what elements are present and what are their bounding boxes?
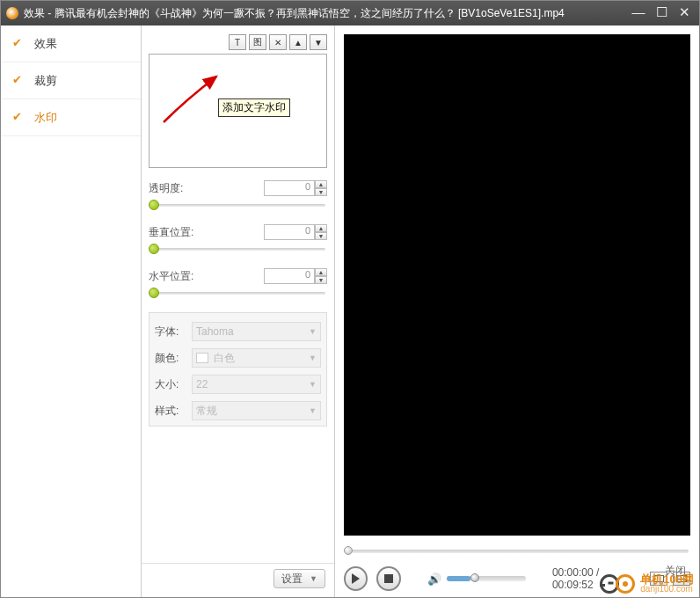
tab-effects[interactable]: 效果 (1, 26, 141, 62)
check-icon (13, 75, 26, 87)
brand-logo (600, 574, 635, 594)
color-value: 白色 (214, 351, 235, 366)
play-button[interactable] (344, 566, 368, 591)
style-value: 常规 (196, 404, 217, 419)
slider-thumb[interactable] (149, 200, 159, 210)
font-select: Tahoma▼ (192, 322, 321, 341)
vpos-step-down[interactable]: ▼ (315, 232, 327, 240)
settings-button-label: 设置 (281, 572, 303, 587)
volume-fill (447, 576, 470, 581)
size-value: 22 (196, 378, 208, 390)
color-swatch (196, 353, 208, 363)
text-icon: T (235, 38, 240, 47)
style-select: 常规▼ (192, 401, 321, 420)
chevron-down-icon: ▼ (309, 327, 317, 336)
tab-watermark[interactable]: 水印 (1, 99, 141, 136)
image-icon: 图 (253, 36, 262, 48)
font-value: Tahoma (196, 325, 234, 338)
vpos-group: 垂直位置: 0 ▲▼ (149, 224, 327, 256)
move-up-button[interactable]: ▲ (289, 34, 307, 50)
play-icon (351, 573, 361, 584)
check-icon (13, 38, 26, 50)
tab-label: 效果 (34, 36, 57, 52)
brand-sub: danji100.com (640, 585, 694, 594)
maximize-button[interactable]: ☐ (652, 6, 671, 20)
hpos-slider[interactable] (149, 288, 327, 300)
opacity-slider[interactable] (149, 200, 327, 212)
time-current: 00:00:00 (552, 566, 594, 579)
tooltip-add-text: 添加文字水印 (218, 98, 290, 117)
svg-rect-0 (384, 574, 393, 583)
settings-button[interactable]: 设置 ▼ (273, 569, 325, 588)
opacity-input[interactable]: 0 (264, 180, 315, 196)
slider-thumb[interactable] (149, 288, 159, 298)
hpos-step-down[interactable]: ▼ (315, 276, 327, 284)
brand-text: 单机100网 danji100.com (640, 573, 694, 594)
hpos-group: 水平位置: 0 ▲▼ (149, 268, 327, 300)
up-icon: ▲ (294, 38, 303, 47)
window-title: 效果 - 腾讯最有机会封神的《斗战神》为何一蹶不振？再到黑神话悟空，这之间经历了… (24, 6, 629, 21)
chevron-down-icon: ▼ (309, 380, 317, 389)
vpos-label: 垂直位置: (149, 225, 201, 240)
video-preview[interactable] (344, 34, 690, 536)
tab-label: 水印 (34, 110, 57, 126)
brand-main: 单机100网 (640, 573, 694, 585)
tab-crop[interactable]: 裁剪 (1, 62, 141, 99)
logo-ring-2 (616, 574, 635, 594)
chevron-down-icon: ▼ (310, 574, 317, 583)
watermark-canvas[interactable]: 添加文字水印 (149, 54, 327, 168)
close-button[interactable]: ✕ (674, 6, 694, 20)
volume-slider[interactable] (447, 576, 526, 581)
move-down-button[interactable]: ▼ (310, 34, 327, 50)
vpos-slider[interactable] (149, 244, 327, 256)
stop-icon (384, 574, 393, 583)
settings-bar: 设置 ▼ (142, 563, 334, 588)
size-label: 大小: (155, 377, 192, 392)
hpos-input[interactable]: 0 (264, 268, 315, 284)
volume-thumb[interactable] (470, 573, 479, 582)
center-panel: T 图 ✕ ▲ ▼ 添加文字水印 透明度: 0 ▲▼ (142, 26, 335, 597)
opacity-step-down[interactable]: ▼ (315, 188, 327, 196)
window-buttons: — ☐ ✕ (629, 6, 694, 20)
style-label: 样式: (155, 404, 192, 419)
watermark-toolbar: T 图 ✕ ▲ ▼ (149, 34, 327, 50)
font-settings: 字体: Tahoma▼ 颜色: 白色▼ 大小: 22▼ 样式: 常规▼ (149, 312, 327, 427)
hpos-step-up[interactable]: ▲ (315, 268, 327, 276)
add-image-watermark-button[interactable]: 图 (249, 34, 266, 50)
sidebar: 效果 裁剪 水印 (1, 26, 142, 597)
titlebar: 效果 - 腾讯最有机会封神的《斗战神》为何一蹶不振？再到黑神话悟空，这之间经历了… (1, 1, 699, 26)
stop-button[interactable] (376, 566, 400, 591)
seek-thumb[interactable] (344, 546, 353, 555)
add-text-watermark-button[interactable]: T (229, 34, 246, 50)
tab-label: 裁剪 (34, 73, 57, 89)
chevron-down-icon: ▼ (309, 354, 317, 362)
slider-thumb[interactable] (149, 244, 159, 254)
check-icon (13, 112, 26, 124)
opacity-step-up[interactable]: ▲ (315, 180, 327, 188)
footer-brand: 单机100网 danji100.com (600, 573, 694, 594)
volume-control: 🔊 (427, 572, 526, 586)
time-total: 00:09:52 (552, 579, 594, 591)
opacity-label: 透明度: (149, 181, 201, 196)
delete-watermark-button[interactable]: ✕ (269, 34, 287, 50)
delete-icon: ✕ (274, 38, 281, 47)
chevron-down-icon: ▼ (309, 406, 317, 415)
seek-bar[interactable] (344, 544, 690, 560)
down-icon: ▼ (314, 38, 323, 47)
font-label: 字体: (155, 325, 192, 339)
opacity-group: 透明度: 0 ▲▼ (149, 180, 327, 212)
volume-icon[interactable]: 🔊 (427, 572, 441, 586)
time-sep: / (594, 566, 600, 579)
size-select: 22▼ (192, 375, 321, 394)
minimize-button[interactable]: — (629, 6, 648, 20)
app-icon (6, 7, 18, 19)
hpos-label: 水平位置: (149, 269, 201, 284)
preview-panel: 🔊 00:00:00 / 00:09:52 关闭 单机100网 (335, 26, 699, 597)
color-label: 颜色: (155, 351, 192, 366)
vpos-input[interactable]: 0 (264, 224, 315, 240)
color-select: 白色▼ (192, 348, 321, 368)
vpos-step-up[interactable]: ▲ (315, 224, 327, 232)
